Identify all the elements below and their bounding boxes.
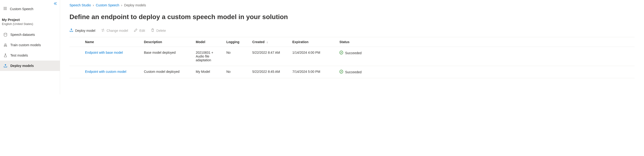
success-icon [340, 51, 343, 55]
sidebar-item-train-models[interactable]: Train custom models [0, 40, 60, 50]
status-label: Succeeded [345, 51, 362, 55]
endpoint-status: Succeeded [336, 47, 634, 66]
svg-point-3 [6, 46, 7, 46]
database-icon [3, 33, 8, 36]
column-header-model[interactable]: Model [192, 37, 222, 47]
endpoint-created: 5/22/2022 8:45 AM [248, 66, 288, 78]
column-header-description[interactable]: Description [140, 37, 192, 47]
endpoint-model: My Model [192, 66, 222, 78]
toolbar-label: Change model [107, 29, 128, 32]
sort-descending-icon: ↓ [266, 40, 268, 44]
sidebar-item-test-models[interactable]: Test models [0, 50, 60, 60]
breadcrumb-link-speech-studio[interactable]: Speech Studio [70, 3, 91, 7]
delete-button[interactable]: Delete [151, 27, 166, 34]
sidebar-item-label: Test models [10, 54, 28, 57]
edit-icon [134, 28, 138, 33]
endpoint-name-link[interactable]: Endpoint with base model [81, 47, 140, 66]
table-row[interactable]: Endpoint with custom model Custom model … [70, 66, 634, 78]
sidebar-item-label: Speech datasets [10, 33, 35, 36]
project-title: My Project [2, 18, 58, 22]
train-icon [3, 43, 8, 47]
deploy-icon [3, 64, 8, 68]
endpoint-name-link[interactable]: Endpoint with custom model [81, 66, 140, 78]
svg-point-2 [4, 46, 5, 46]
row-select[interactable] [70, 66, 81, 78]
chevron-right-icon: › [121, 3, 122, 7]
flask-icon [3, 54, 8, 57]
endpoint-model: 20210831 + Audio file adaptation [192, 47, 222, 66]
svg-point-0 [4, 33, 7, 34]
trash-icon [151, 28, 154, 33]
status-label: Succeeded [345, 70, 362, 74]
chevron-right-icon: › [93, 3, 94, 7]
endpoint-created: 5/22/2022 8:47 AM [248, 47, 288, 66]
sidebar: Custom Speech My Project English (United… [0, 0, 60, 94]
page-title: Define an endpoint to deploy a custom sp… [70, 13, 634, 21]
change-model-button[interactable]: Change model [101, 27, 128, 34]
chevron-double-left-icon [54, 2, 57, 5]
select-all-column[interactable] [70, 37, 81, 47]
column-header-created[interactable]: Created ↓ [248, 37, 288, 47]
column-header-expiration[interactable]: Expiration [288, 37, 336, 47]
sidebar-item-label: Train custom models [10, 43, 41, 47]
edit-button[interactable]: Edit [134, 27, 145, 34]
swap-icon [101, 28, 105, 33]
toolbar-label: Deploy model [75, 29, 96, 32]
sidebar-top-label: Custom Speech [10, 7, 34, 11]
deploy-icon [70, 28, 73, 33]
endpoint-logging: No [222, 47, 248, 66]
project-header: My Project English (United States) [0, 15, 60, 27]
toolbar: Deploy model Change model Edit Delete [70, 27, 634, 34]
breadcrumb-link-custom-speech[interactable]: Custom Speech [96, 3, 120, 7]
table-header-row: Name Description Model Logging Created ↓… [70, 37, 634, 47]
success-icon [340, 70, 343, 74]
column-label: Created [252, 40, 264, 44]
collapse-sidebar-button[interactable] [54, 2, 57, 6]
endpoint-expiration: 7/14/2024 5:00 PM [288, 66, 336, 78]
deploy-model-button[interactable]: Deploy model [70, 27, 96, 34]
sidebar-item-speech-datasets[interactable]: Speech datasets [0, 30, 60, 40]
endpoint-description: Base model deployed [140, 47, 192, 66]
row-select[interactable] [70, 47, 81, 66]
sidebar-item-custom-speech[interactable]: Custom Speech [0, 2, 60, 15]
endpoint-description: Custom model deployed [140, 66, 192, 78]
table-row[interactable]: Endpoint with base model Base model depl… [70, 47, 634, 66]
breadcrumb-current: Deploy models [124, 3, 146, 7]
breadcrumb: Speech Studio › Custom Speech › Deploy m… [70, 3, 634, 7]
nav-items: Speech datasets Train custom models Test… [0, 30, 60, 71]
project-language: English (United States) [2, 22, 58, 26]
toolbar-label: Edit [140, 29, 145, 32]
endpoint-expiration: 1/14/2024 4:00 PM [288, 47, 336, 66]
column-header-name[interactable]: Name [81, 37, 140, 47]
toolbar-label: Delete [156, 29, 166, 32]
endpoint-logging: No [222, 66, 248, 78]
endpoints-table: Name Description Model Logging Created ↓… [70, 37, 634, 78]
list-icon [3, 6, 7, 11]
sidebar-item-deploy-models[interactable]: Deploy models [0, 60, 60, 71]
main-content: Speech Studio › Custom Speech › Deploy m… [60, 0, 644, 94]
column-header-logging[interactable]: Logging [222, 37, 248, 47]
sidebar-item-label: Deploy models [10, 64, 34, 68]
column-header-status[interactable]: Status [336, 37, 634, 47]
endpoint-status: Succeeded [336, 66, 634, 78]
